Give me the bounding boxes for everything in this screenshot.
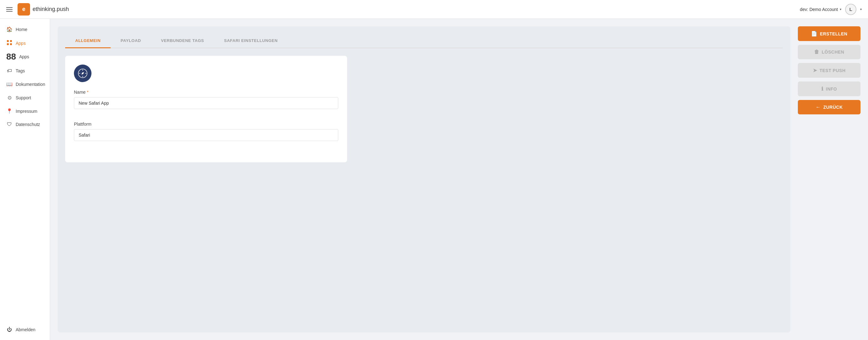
tab-payload[interactable]: PAYLOAD <box>111 34 151 48</box>
docs-icon: 📖 <box>6 81 12 87</box>
tab-safari-einstellungen[interactable]: SAFARI EINSTELLUNGEN <box>214 34 287 48</box>
impressum-icon: 📍 <box>6 108 12 114</box>
svg-rect-1 <box>10 40 12 42</box>
abmelden-icon: ⏻ <box>6 327 12 333</box>
tags-icon: 🏷 <box>6 68 12 74</box>
apps-count: 88 <box>6 52 16 62</box>
create-button[interactable]: 📄 ERSTELLEN <box>798 26 861 41</box>
platform-label: Plattform <box>74 122 338 127</box>
actions-panel: 📄 ERSTELLEN 🗑 LÖSCHEN ➤ TEST PUSH ℹ INFO… <box>798 26 861 333</box>
name-input[interactable] <box>74 97 338 109</box>
apps-badge-area: 88 Apps <box>0 51 50 64</box>
sidebar-item-impressum[interactable]: 📍 Impressum <box>0 104 50 118</box>
delete-button: 🗑 LÖSCHEN <box>798 45 861 59</box>
home-icon: 🏠 <box>6 26 12 32</box>
info-button: ℹ INFO <box>798 82 861 96</box>
name-required: * <box>87 90 88 95</box>
account-selector[interactable]: dev: Demo Account ▾ <box>800 7 841 12</box>
avatar[interactable]: L <box>845 4 857 15</box>
sidebar-item-datenschutz[interactable]: 🛡 Datenschutz <box>0 118 50 131</box>
sidebar-label-tags: Tags <box>16 68 25 73</box>
logo-container: e ethinking.push <box>18 3 69 16</box>
tab-allgemein[interactable]: ALLGEMEIN <box>65 34 111 48</box>
sidebar-label-apps: Apps <box>16 41 26 46</box>
platform-form-group: Plattform <box>74 122 338 147</box>
topbar: e ethinking.push dev: Demo Account ▾ L ▾ <box>0 0 868 19</box>
svg-rect-3 <box>10 43 12 45</box>
account-label: dev: Demo Account <box>800 7 838 12</box>
svg-marker-9 <box>82 72 84 74</box>
sidebar-label-abmelden: Abmelden <box>16 327 35 332</box>
svg-rect-0 <box>7 40 9 42</box>
main-content: ALLGEMEIN PAYLOAD VERBUNDENE TAGS SAFARI… <box>50 19 868 340</box>
name-form-group: Name * <box>74 90 338 115</box>
sidebar-label-impressum: Impressum <box>16 109 37 114</box>
info-icon: ℹ <box>821 86 824 92</box>
test-push-icon: ➤ <box>813 67 817 73</box>
app-icon-preview <box>74 65 91 82</box>
tabs: ALLGEMEIN PAYLOAD VERBUNDENE TAGS SAFARI… <box>65 34 783 48</box>
back-icon: ← <box>816 104 821 110</box>
apps-icon <box>6 40 12 47</box>
sidebar-item-apps[interactable]: Apps <box>0 36 50 51</box>
form-card: Name * Plattform <box>65 56 347 162</box>
svg-rect-2 <box>7 43 9 45</box>
platform-input[interactable] <box>74 129 338 141</box>
support-icon: ⊙ <box>6 95 12 101</box>
sidebar: 🏠 Home Apps 88 Apps 🏷 Tags 📖 <box>0 19 50 340</box>
avatar-chevron-icon[interactable]: ▾ <box>860 7 862 11</box>
datenschutz-icon: 🛡 <box>6 122 12 127</box>
apps-label: Apps <box>19 54 29 59</box>
create-icon: 📄 <box>811 31 817 37</box>
delete-icon: 🗑 <box>814 49 819 55</box>
hamburger-menu[interactable] <box>6 7 12 11</box>
chevron-down-icon: ▾ <box>840 7 841 11</box>
test-push-button: ➤ TEST PUSH <box>798 63 861 78</box>
sidebar-item-support[interactable]: ⊙ Support <box>0 91 50 104</box>
name-label: Name * <box>74 90 338 95</box>
app-name: ethinking.push <box>33 6 69 12</box>
back-button[interactable]: ← ZURÜCK <box>798 100 861 114</box>
sidebar-label-docs: Dokumentation <box>16 82 45 87</box>
sidebar-item-abmelden[interactable]: ⏻ Abmelden <box>0 323 50 336</box>
sidebar-item-docs[interactable]: 📖 Dokumentation <box>0 78 50 91</box>
topbar-left: e ethinking.push <box>6 3 69 16</box>
tab-verbundene-tags[interactable]: VERBUNDENE TAGS <box>151 34 214 48</box>
sidebar-label-datenschutz: Datenschutz <box>16 122 40 127</box>
layout: 🏠 Home Apps 88 Apps 🏷 Tags 📖 <box>0 19 868 340</box>
sidebar-label-support: Support <box>16 95 31 100</box>
sidebar-item-home[interactable]: 🏠 Home <box>0 23 50 36</box>
logo-icon: e <box>18 3 30 16</box>
topbar-right: dev: Demo Account ▾ L ▾ <box>800 4 862 15</box>
sidebar-item-tags[interactable]: 🏷 Tags <box>0 64 50 78</box>
content-area: ALLGEMEIN PAYLOAD VERBUNDENE TAGS SAFARI… <box>58 26 790 333</box>
sidebar-label-home: Home <box>16 27 27 32</box>
